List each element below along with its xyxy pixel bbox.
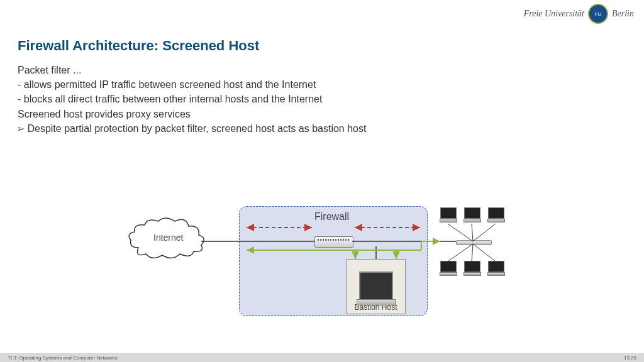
- svg-line-5: [473, 224, 496, 241]
- client-pc-icon: [440, 207, 455, 221]
- lan-switch-icon: [456, 240, 492, 245]
- client-pc-icon: [464, 261, 479, 275]
- svg-line-6: [448, 244, 473, 261]
- footer-right: 13.26: [624, 355, 636, 361]
- footer: TI 3: Operating Systems and Computer Net…: [0, 353, 644, 362]
- bullet-1: allows permitted IP traffic between scre…: [18, 77, 366, 92]
- firewall-label: Firewall: [314, 211, 349, 222]
- client-pc-icon: [440, 261, 455, 275]
- slide-title: Firewall Architecture: Screened Host: [18, 38, 259, 54]
- svg-line-4: [472, 224, 473, 241]
- logo-text-right: Berlin: [612, 9, 634, 19]
- bullet-3: Screened host provides proxy services: [18, 107, 366, 121]
- svg-line-8: [473, 244, 496, 261]
- seal-icon: FU: [588, 4, 608, 24]
- footer-left: TI 3: Operating Systems and Computer Net…: [8, 355, 118, 361]
- bullet-intro: Packet filter ...: [18, 63, 366, 77]
- bastion-host: Bastion Host: [346, 259, 406, 314]
- bullet-2: blocks all direct traffic between other …: [18, 92, 366, 106]
- diagram: Firewall Internet Bastion Host: [126, 201, 528, 321]
- svg-line-3: [448, 224, 473, 241]
- packet-filter-router-icon: [314, 236, 353, 248]
- bullet-4: Despite partial protection by packet fil…: [18, 121, 366, 136]
- logo-text-left: Freie Universität: [524, 9, 584, 19]
- university-logo: Freie Universität FU Berlin: [524, 4, 634, 24]
- client-pc-icon: [464, 207, 479, 221]
- bastion-computer-icon: [359, 272, 393, 300]
- client-pc-icon: [488, 207, 503, 221]
- client-pc-icon: [488, 261, 503, 275]
- body-text: Packet filter ... allows permitted IP tr…: [18, 63, 366, 136]
- svg-line-7: [472, 244, 473, 261]
- internet-label: Internet: [153, 233, 183, 243]
